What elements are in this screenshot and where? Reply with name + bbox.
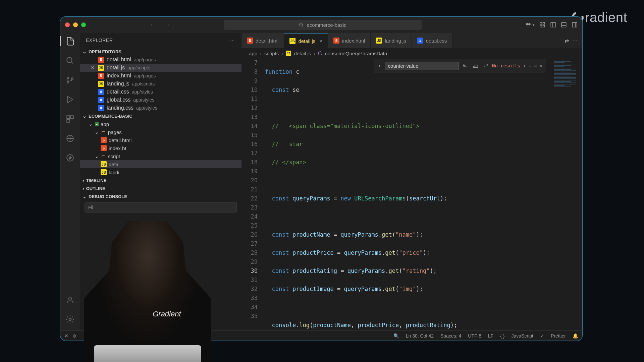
find-selection-button[interactable]: ≡ [534,61,537,70]
language-mode[interactable]: JavaScript [512,333,533,339]
activity-thunder[interactable] [65,153,75,163]
status-warnings[interactable]: ⊘ [72,333,76,339]
notifications-icon[interactable]: 🔔 [573,333,578,339]
maximize-window-button[interactable] [81,22,86,27]
tab-landing-js[interactable]: JS landing.js [371,33,412,48]
remote-close-button[interactable]: ✕ [64,333,68,339]
project-header[interactable]: ⌄ ECOMMERCE-BASIC [80,112,241,120]
tree-folder[interactable]: ⌄ 🗀 pages [80,128,241,136]
panel-left-icon[interactable] [550,22,556,28]
timeline-header[interactable]: › TIMELINE [80,176,241,184]
svg-point-3 [528,23,531,25]
close-editor-button[interactable]: × [90,65,95,71]
more-tabs-button[interactable]: ⋯ [572,38,578,44]
command-center[interactable]: ecommerce-basic [224,20,422,30]
tab-label: detail.js [298,38,315,44]
activity-search[interactable] [65,56,75,66]
find-close-button[interactable]: × [540,61,542,70]
line-gutter: 7891011121314151617181920212223242526272… [241,58,265,330]
svg-line-1 [302,25,303,26]
presenter-silhouette [84,221,211,362]
tab-detail-css[interactable]: detail.css [412,33,453,48]
minimap[interactable] [552,58,582,330]
tab-detail-js[interactable]: JS detail.js × [284,33,328,48]
open-editor-item[interactable]: 5 index.html app/pages [80,72,241,80]
code-editor[interactable]: › Aa ab .* No results ↑ ↓ ≡ × 7891011121… [241,58,582,330]
panel-bottom-icon[interactable] [561,22,567,28]
activity-extensions[interactable] [65,114,75,124]
activity-settings[interactable] [65,314,75,324]
find-prev-button[interactable]: ↑ [523,61,526,70]
layout-customize-icon[interactable] [539,22,545,28]
nav-forward-button[interactable]: → [163,20,170,29]
function-icon: ⬡ [318,50,322,56]
explorer-more-button[interactable]: ⋯ [230,38,235,43]
breadcrumb[interactable]: app › scripts › JS detail.js › ⬡ consume… [241,48,582,58]
debug-filter-input[interactable]: Fil [85,202,237,213]
cursor-position[interactable]: Ln 30, Col 42 [406,333,434,339]
open-editor-item[interactable]: landing.css app/styles [80,104,241,112]
tree-folder[interactable]: ⌄ 🗀 script [80,152,241,160]
eol[interactable]: LF [488,333,493,339]
prettier-status[interactable]: Prettier [551,333,566,339]
breadcrumb-seg[interactable]: app [249,51,257,56]
close-window-button[interactable] [65,22,70,27]
activity-accounts[interactable] [65,295,75,305]
breadcrumb-seg[interactable]: detail.js [294,51,311,56]
svg-point-2 [526,23,528,25]
titlebar-right: ▾ [525,21,578,28]
activity-debug[interactable] [65,95,75,105]
tree-file[interactable]: 5 detail.html [80,136,241,144]
indentation[interactable]: Spaces: 4 [440,333,461,339]
open-editor-item[interactable]: 5 detail.html app/pages [80,56,241,64]
file-name: detail.html [107,57,131,63]
copilot-button[interactable]: ▾ [525,21,535,28]
file-path: app/styles [133,97,154,103]
open-editor-item[interactable]: × JS detail.js app/scripts [80,64,241,72]
tab-label: index.html [342,38,365,44]
open-editor-item[interactable]: global.css app/styles [80,96,241,104]
encoding[interactable]: UTF-8 [468,333,481,339]
breadcrumb-seg[interactable]: scripts [264,51,279,56]
open-editor-item[interactable]: detail.css app/styles [80,88,241,96]
html-file-icon: 5 [247,38,253,44]
file-name: landi [109,170,119,175]
find-expand-button[interactable]: › [377,61,382,70]
svg-point-18 [71,78,73,79]
find-input[interactable] [385,62,459,70]
breadcrumb-function[interactable]: consumeQueryParamsData [325,51,387,56]
tab-index-html[interactable]: 5 index.html [328,33,371,48]
brand-watermark-text: radient [585,10,627,25]
activity-explorer[interactable] [60,36,80,46]
panel-right-icon[interactable] [572,22,578,28]
find-case-toggle[interactable]: Aa [462,61,469,71]
outline-header[interactable]: › OUTLINE [80,184,241,192]
js-file-icon: JS [289,38,296,44]
statusbar-left: ✕ ⊘ [64,333,76,339]
tab-detail-html[interactable]: 5 detail.html [241,33,284,48]
tree-folder[interactable]: ⌄ ▸ app [80,120,241,128]
js-file-icon: JS [98,81,104,87]
extensions-icon [66,115,74,123]
file-path: app/pages [134,57,156,62]
debug-console-header[interactable]: ⌄ DEBUG CONSOLE [80,192,241,200]
nav-back-button[interactable]: ← [150,20,157,29]
tree-file[interactable]: JS deta [80,160,241,168]
file-name: index.ht [109,145,126,151]
tree-file[interactable]: JS landi [80,168,241,176]
find-word-toggle[interactable]: ab [472,61,479,71]
file-path: app/styles [132,89,153,95]
tree-file[interactable]: 5 index.ht [80,144,241,152]
minimize-window-button[interactable] [73,22,78,27]
find-next-button[interactable]: ↓ [529,61,531,70]
activity-remote[interactable] [65,133,75,143]
open-editors-header[interactable]: ⌄ OPEN EDITORS [80,48,241,56]
find-regex-toggle[interactable]: .* [482,61,489,71]
tab-label: detail.html [256,38,278,44]
activity-source-control[interactable] [65,75,75,85]
compare-icon[interactable]: ⇄ [565,38,569,44]
code-content[interactable]: function c const se // <span class="mate… [265,58,582,330]
tab-close-button[interactable]: × [319,38,322,44]
open-editor-item[interactable]: JS landing.js app/scripts [80,80,241,88]
zoom-icon[interactable]: 🔍 [393,333,399,339]
